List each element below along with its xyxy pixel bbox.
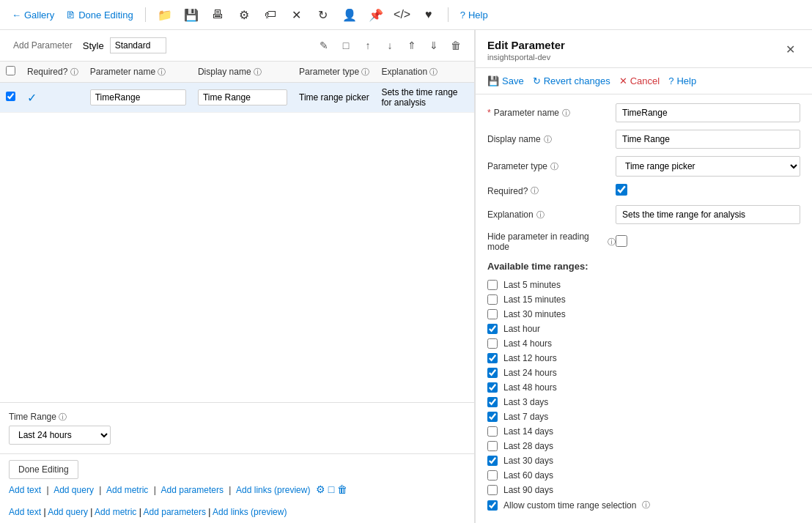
footer-add-metric-link[interactable]: Add metric	[95, 507, 136, 517]
folder-icon-btn[interactable]: 📁	[155, 4, 175, 25]
cb-last-7-days[interactable]	[487, 412, 498, 422]
cb-last-30-days[interactable]	[487, 456, 498, 466]
save-icon-btn[interactable]: 💾	[181, 4, 202, 25]
cb-last-24-hours[interactable]	[487, 368, 498, 378]
right-panel-subtitle: insightsportal-dev	[487, 53, 565, 62]
move-bottom-icon-btn[interactable]: ⇓	[424, 36, 443, 55]
user-icon-btn[interactable]: 👤	[339, 4, 360, 25]
add-text-link[interactable]: Add text	[9, 485, 41, 495]
arrow-left-icon: ←	[12, 10, 21, 21]
required-field-info[interactable]: ⓘ	[531, 185, 539, 196]
param-name-info-icon[interactable]: ⓘ	[158, 67, 166, 76]
heart-icon-btn[interactable]: ♥	[418, 4, 439, 25]
display-name-info-icon[interactable]: ⓘ	[254, 67, 262, 76]
bottom-actions: Done Editing Add text | Add query | Add …	[0, 453, 474, 501]
move-top-icon-btn[interactable]: ⇑	[402, 36, 421, 55]
display-name-field-info[interactable]: ⓘ	[544, 134, 552, 145]
param-type-select[interactable]: Time range picker Text Drop down Multi-v…	[616, 156, 800, 177]
cb-last-15-min[interactable]	[487, 294, 498, 305]
close-icon-btn[interactable]: ✕	[287, 4, 307, 25]
param-name-input[interactable]	[90, 89, 186, 105]
col-param-type: Parameter type ⓘ	[293, 62, 375, 83]
copy2-inline-icon[interactable]: □	[328, 483, 334, 495]
param-name-field[interactable]	[616, 103, 800, 122]
tag-icon-btn[interactable]: 🏷	[260, 4, 281, 25]
cb-last-60-days[interactable]	[487, 470, 498, 481]
footer-add-parameters-link[interactable]: Add parameters	[144, 507, 206, 517]
delete-icon-btn[interactable]: 🗑	[446, 36, 465, 55]
hide-reading-checkbox[interactable]	[616, 235, 627, 247]
cb-last-hour[interactable]	[487, 324, 498, 334]
row-checkbox[interactable]	[6, 92, 15, 101]
custom-time-range-info[interactable]: ⓘ	[642, 500, 650, 511]
explanation-field[interactable]	[616, 205, 800, 224]
settings-icon-btn[interactable]: ⚙	[234, 4, 254, 25]
add-query-link[interactable]: Add query	[53, 485, 94, 495]
gallery-button[interactable]: ← Gallery	[9, 8, 57, 22]
form-row-hide-reading: Hide parameter in reading mode ⓘ	[487, 231, 800, 252]
row-param-type-cell: Time range picker	[293, 83, 375, 113]
code-icon-btn[interactable]: </>	[392, 4, 413, 25]
close-panel-button[interactable]: ✕	[780, 39, 800, 59]
add-parameters-link[interactable]: Add parameters	[161, 485, 224, 495]
footer-add-query-link[interactable]: Add query	[48, 507, 88, 517]
cb-last-15-min-label: Last 15 minutes	[503, 294, 566, 305]
explanation-field-info[interactable]: ⓘ	[536, 209, 545, 220]
pin-icon-btn[interactable]: 📌	[366, 4, 386, 25]
time-range-item-5: Last 4 hours	[487, 336, 800, 351]
copy-icon-btn[interactable]: 🖶	[207, 4, 228, 25]
required-checkbox[interactable]	[616, 184, 627, 196]
select-all-checkbox[interactable]	[6, 66, 15, 75]
refresh-icon-btn[interactable]: ↻	[313, 4, 333, 25]
pencil-icon-btn[interactable]: ✎	[314, 36, 333, 55]
footer-add-text-link[interactable]: Add text	[9, 507, 41, 517]
cancel-action-button[interactable]: ✕ Cancel	[619, 74, 660, 88]
save-action-button[interactable]: 💾 Save	[487, 74, 524, 88]
help-button[interactable]: ? Help	[457, 8, 491, 22]
add-metric-link[interactable]: Add metric	[106, 485, 148, 495]
cb-last-48-hours[interactable]	[487, 382, 498, 393]
footer-add-links-preview-link[interactable]: Add links (preview)	[213, 507, 287, 517]
time-range-item-2: Last 15 minutes	[487, 292, 800, 307]
param-type-info-icon[interactable]: ⓘ	[361, 67, 369, 76]
param-name-form-label: * Parameter name ⓘ	[487, 108, 616, 119]
done-editing-bottom-button[interactable]: Done Editing	[9, 460, 78, 479]
trash-inline-icon[interactable]: 🗑	[337, 483, 347, 495]
param-type-form-label: Parameter type ⓘ	[487, 161, 616, 172]
top-toolbar: ← Gallery 🖹 Done Editing 📁 💾 🖶 ⚙ 🏷 ✕ ↻ 👤…	[0, 0, 812, 30]
hide-reading-field-info[interactable]: ⓘ	[608, 237, 616, 248]
cb-custom-time-range[interactable]	[487, 500, 498, 511]
move-up-icon-btn[interactable]: ↑	[358, 36, 377, 55]
add-links-preview-link[interactable]: Add links (preview)	[236, 485, 310, 495]
cb-last-14-days[interactable]	[487, 426, 498, 437]
settings2-inline-icon[interactable]: ⚙	[316, 483, 325, 495]
revert-action-button[interactable]: ↻ Revert changes	[533, 74, 610, 88]
cb-last-4-hours[interactable]	[487, 338, 498, 349]
explanation-info-icon[interactable]: ⓘ	[429, 67, 438, 76]
add-parameter-button[interactable]: Add Parameter	[9, 39, 77, 52]
cb-last-3-days[interactable]	[487, 397, 498, 407]
move-down-icon-btn[interactable]: ↓	[380, 36, 399, 55]
cb-last-90-days[interactable]	[487, 485, 498, 495]
param-type-field-info[interactable]: ⓘ	[550, 161, 558, 172]
display-name-input[interactable]	[198, 89, 287, 105]
cb-last-28-days[interactable]	[487, 441, 498, 451]
right-panel-header-info: Edit Parameter insightsportal-dev	[487, 39, 565, 62]
done-editing-top-button[interactable]: 🖹 Done Editing	[63, 8, 136, 22]
cb-last-5-min[interactable]	[487, 280, 498, 290]
cb-last-30-min[interactable]	[487, 309, 498, 319]
table-row[interactable]: ✓ Time range picker Sets the time range …	[0, 83, 474, 113]
style-select[interactable]: Standard	[110, 37, 166, 53]
param-name-field-info[interactable]: ⓘ	[562, 108, 570, 119]
duplicate-icon-btn[interactable]: □	[336, 36, 355, 55]
required-info-icon[interactable]: ⓘ	[70, 67, 78, 76]
time-range-item-4: Last hour	[487, 322, 800, 336]
time-range-info-icon[interactable]: ⓘ	[59, 412, 67, 421]
display-name-field[interactable]	[616, 130, 800, 149]
form-row-param-name: * Parameter name ⓘ	[487, 103, 800, 122]
help-action-button[interactable]: ? Help	[668, 74, 696, 88]
time-range-select[interactable]: Last 24 hours Last 5 minutes Last 15 min…	[9, 426, 111, 445]
cb-custom-time-range-label: Allow custom time range selection	[503, 500, 636, 511]
bottom-links: Add text | Add query | Add metric | Add …	[9, 483, 465, 495]
cb-last-12-hours[interactable]	[487, 353, 498, 363]
